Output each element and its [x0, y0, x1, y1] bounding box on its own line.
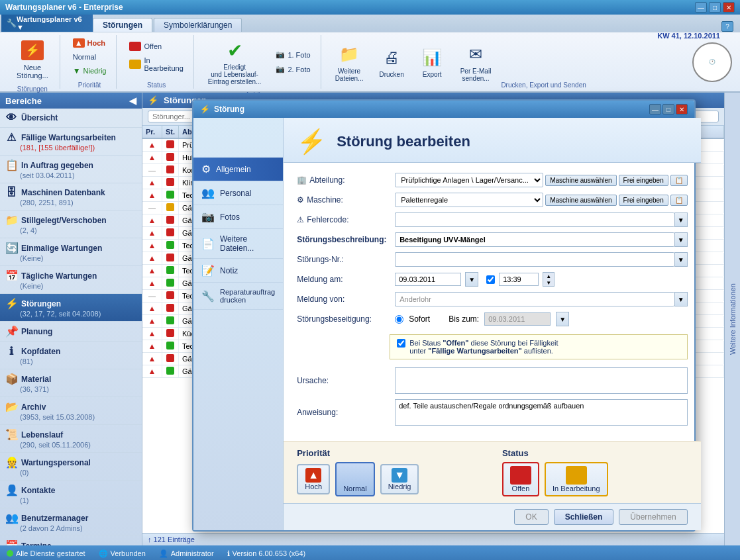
beschreibung-input[interactable]	[395, 232, 674, 247]
bearbeitung-btn-icon	[566, 466, 587, 485]
meldung-von-label-text: Meldung von:	[297, 295, 344, 304]
meldung-time-input[interactable]	[499, 273, 539, 286]
priority-status-area: Priorität ▲ Hoch Normal	[284, 441, 701, 503]
meldung-von-label: Meldung von:	[297, 295, 390, 304]
storungsnr-label-text: Störungs-Nr.:	[297, 255, 344, 264]
bearbeitung-btn-label: In Bearbeitung	[553, 485, 600, 492]
modal-title-icon: ⚡	[200, 105, 210, 114]
abteilung-frei-btn[interactable]: Frei eingeben	[619, 175, 668, 186]
abteilung-input-group: Prüfplichtige Anlagen \ Lager/Versanc...…	[395, 173, 688, 187]
priority-hoch-btn[interactable]: ▲ Hoch	[297, 464, 330, 494]
anweisung-label: Anweisung:	[297, 408, 390, 417]
ok-btn[interactable]: OK	[514, 509, 548, 525]
maschine-icon: ⚙	[297, 195, 304, 205]
priority-niedrig-btn-modal[interactable]: ▼ Niedrig	[380, 464, 419, 494]
abteilung-maschine-btn[interactable]: Maschine auswählen	[545, 175, 616, 186]
modal-right: ⚡ Störung bearbeiten 🏢 Abteilung: Prüfpl…	[284, 118, 701, 530]
meldung-date-input[interactable]	[395, 273, 461, 286]
bis-zum-input[interactable]	[484, 312, 551, 326]
ursache-field-wrap	[395, 367, 688, 394]
abteilung-select[interactable]: Prüfplichtige Anlagen \ Lager/Versanc...	[395, 173, 543, 187]
fehlercode-icon: ⚠	[297, 215, 304, 224]
form-row-anweisung: Anweisung: def. Teile austauschen/Regale…	[297, 399, 688, 426]
meldung-von-dropdown[interactable]: ▼	[674, 292, 688, 306]
allgemein-label: Allgemein	[216, 165, 251, 174]
normal-btn-icon	[344, 466, 366, 485]
form-row-ursache: Ursache:	[297, 367, 688, 394]
modal-sidebar-allgemein[interactable]: ⚙ Allgemein	[193, 158, 283, 181]
maschine-frei-btn[interactable]: Frei eingeben	[619, 195, 668, 206]
abteilung-copy-btn[interactable]: 📋	[670, 175, 688, 186]
date-dropdown-arrow[interactable]: ▼	[465, 272, 478, 287]
modal-sidebar-weitere-dateien[interactable]: 📄 WeitereDateien...	[193, 229, 283, 259]
modal-heading-title: Störung bearbeiten	[337, 133, 470, 150]
status-group: Status Offen In Bearbeitung	[502, 448, 688, 496]
offen-btn-icon	[510, 466, 531, 485]
normal-btn-label: Normal	[343, 485, 366, 492]
niedrig-btn-label: Niedrig	[388, 483, 411, 490]
modal-maximize-btn[interactable]: □	[662, 104, 674, 115]
abteilung-label: 🏢 Abteilung:	[297, 175, 390, 185]
storungsnr-dropdown[interactable]: ▼	[674, 252, 688, 267]
modal-sidebar-fotos[interactable]: 📷 Fotos	[193, 205, 283, 229]
schliessen-btn[interactable]: Schließen	[554, 509, 614, 525]
abteilung-icon: 🏢	[297, 175, 307, 185]
weitere-icon: 📄	[201, 238, 215, 250]
fehlercode-input[interactable]	[395, 212, 674, 227]
form-row-fehlercode: ⚠ Fehlercode: ▼	[297, 212, 688, 227]
modal-title-text: Störung	[214, 105, 244, 114]
storungsnr-input[interactable]	[395, 252, 674, 267]
fehlercode-combo: ▼	[395, 212, 688, 227]
storungsnr-combo: ▼	[395, 252, 688, 267]
meldung-time-checkbox[interactable]	[486, 275, 495, 284]
modal-sidebar-reparaturauftrag[interactable]: 🔧 Reparaturauftragdrucken	[193, 283, 283, 310]
form-row-beseitigung: Störungsbeseitigung: Sofort Bis zum: ▼	[297, 312, 688, 362]
bis-zum-label: Bis zum:	[449, 314, 479, 324]
fehlercode-label: ⚠ Fehlercode:	[297, 215, 390, 224]
modal-sidebar-personal[interactable]: 👥 Personal	[193, 181, 283, 205]
modal-form: 🏢 Abteilung: Prüfplichtige Anlagen \ Lag…	[284, 163, 701, 441]
ursache-textarea[interactable]	[395, 367, 688, 394]
status-offen-modal-btn[interactable]: Offen	[502, 462, 539, 496]
modal-heading-area: ⚡ Störung bearbeiten	[284, 118, 701, 163]
modal-close-btn[interactable]: ✕	[676, 104, 688, 115]
modal-minimize-btn[interactable]: —	[649, 104, 661, 115]
modal-title: ⚡ Störung	[200, 105, 244, 114]
bis-zum-dropdown[interactable]: ▼	[556, 312, 569, 326]
ps-row: Priorität ▲ Hoch Normal	[297, 448, 688, 496]
fallig-checkbox[interactable]	[397, 339, 405, 348]
time-up-btn[interactable]: ▲	[543, 273, 554, 279]
ubernehmen-btn[interactable]: Übernehmen	[619, 509, 687, 525]
hoch-btn-label: Hoch	[305, 483, 322, 490]
beseitigung-row: Störungsbeseitigung: Sofort Bis zum: ▼	[297, 312, 688, 326]
status-bearbeitung-modal-btn[interactable]: In Bearbeitung	[545, 462, 608, 496]
personal-icon: 👥	[201, 187, 215, 199]
weitere-label: WeitereDateien...	[220, 234, 254, 253]
offen-btn-label: Offen	[512, 485, 530, 492]
maschine-select[interactable]: Palettenregale	[395, 193, 543, 207]
modal-sidebar-notiz[interactable]: 📝 Notiz	[193, 259, 283, 283]
priority-normal-btn-modal[interactable]: Normal	[335, 462, 374, 496]
priority-group: Priorität ▲ Hoch Normal	[297, 448, 482, 496]
maschine-copy-btn[interactable]: 📋	[670, 195, 688, 206]
fehlercode-dropdown-arrow[interactable]: ▼	[674, 212, 688, 227]
modal-heading-icon: ⚡	[297, 128, 327, 156]
anweisung-label-text: Anweisung:	[297, 408, 338, 417]
meldung-von-combo: ▼	[395, 292, 688, 306]
form-row-abteilung: 🏢 Abteilung: Prüfplichtige Anlagen \ Lag…	[297, 173, 688, 187]
modal-dialog: ⚡ Störung — □ ✕ ⚙ Allgemein 👥 Personal	[192, 99, 696, 532]
priority-buttons: ▲ Hoch Normal ▼ Niedrig	[297, 462, 482, 496]
abteilung-label-text: Abteilung:	[309, 175, 344, 185]
beseitigung-sofort-radio[interactable]	[395, 315, 403, 324]
beschreibung-dropdown[interactable]: ▼	[674, 232, 688, 247]
time-down-btn[interactable]: ▼	[543, 279, 554, 286]
maschine-auswahl-btn[interactable]: Maschine auswählen	[545, 195, 616, 206]
maschine-label-text: Maschine:	[307, 195, 343, 205]
notiz-label: Notiz	[220, 266, 238, 275]
hoch-btn-icon: ▲	[305, 468, 321, 483]
form-row-meldung-am: Meldung am: ▼ ▲ ▼	[297, 272, 688, 287]
beschreibung-label: Störungsbeschreibung:	[297, 235, 390, 244]
ursache-label-text: Ursache:	[297, 376, 329, 385]
anweisung-textarea[interactable]: def. Teile austauschen/Regale ordnungsge…	[395, 399, 688, 426]
meldung-von-input[interactable]	[395, 292, 674, 306]
